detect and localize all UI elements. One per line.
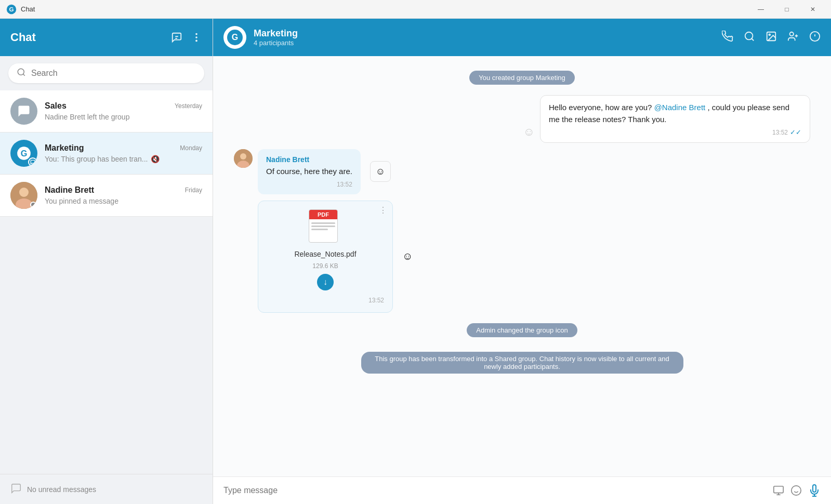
file-size: 129.6 KB (312, 262, 338, 270)
chat-area: G Marketing 4 participants (213, 19, 831, 504)
titlebar-title: Chat (21, 5, 749, 13)
info-icon[interactable] (809, 31, 821, 45)
emoji-input-icon[interactable] (790, 485, 802, 496)
maximize-button[interactable]: □ (775, 2, 799, 17)
chat-item-sales[interactable]: Sales Yesterday Nadine Brett left the gr… (0, 90, 213, 132)
svg-text:G: G (21, 149, 28, 158)
chat-list: Sales Yesterday Nadine Brett left the gr… (0, 90, 213, 474)
pdf-line (311, 226, 335, 227)
svg-text:G: G (9, 6, 14, 12)
sidebar-header: Chat (0, 19, 213, 56)
minimize-button[interactable]: — (749, 2, 773, 17)
compose-icon[interactable] (171, 32, 182, 43)
sidebar-header-icons (171, 32, 202, 43)
own-bubble: Hello everyone, how are you? @Nadine Bre… (540, 95, 810, 143)
muted-icon: 🔇 (151, 155, 160, 163)
chat-header: G Marketing 4 participants (213, 19, 831, 56)
chat-header-avatar: G (223, 26, 246, 49)
svg-point-12 (19, 188, 29, 197)
svg-point-6 (195, 40, 197, 42)
system-message-created: You created group Marketing (234, 71, 810, 85)
sales-top: Sales Yesterday (45, 101, 202, 111)
svg-point-7 (18, 69, 24, 75)
emoji-reaction-button[interactable]: ☺ (370, 161, 391, 182)
own-msg-meta: 13:52 ✓✓ (549, 128, 801, 136)
own-msg-text: Hello everyone, how are you? @Nadine Bre… (549, 102, 801, 125)
no-unread-icon (10, 483, 22, 496)
file-menu-button[interactable]: ⋮ (379, 205, 387, 215)
messages-area: You created group Marketing ☺ Hello ever… (213, 56, 831, 476)
file-emoji-btn[interactable]: ☺ (402, 250, 413, 262)
attachment-icon[interactable] (773, 485, 784, 496)
image-icon[interactable] (766, 31, 777, 45)
double-check-icon: ✓✓ (790, 128, 801, 136)
sidebar: Chat (0, 19, 213, 504)
nadine-preview: You pinned a message (45, 197, 202, 205)
message-input[interactable] (223, 486, 767, 495)
message-row-own: ☺ Hello everyone, how are you? @Nadine B… (234, 95, 810, 143)
nadine-sender: Nadine Brett (266, 155, 352, 164)
sales-avatar (10, 98, 37, 125)
nadine-time: Friday (185, 187, 202, 194)
chat-item-nadine[interactable]: Nadine Brett Friday You pinned a message (0, 175, 213, 217)
sales-time: Yesterday (175, 102, 202, 110)
message-row-nadine: Nadine Brett Of course, here they are. 1… (234, 149, 810, 194)
svg-line-17 (751, 38, 754, 41)
svg-point-19 (769, 34, 770, 35)
nadine-top: Nadine Brett Friday (45, 185, 202, 195)
sales-preview: Nadine Brett left the group (45, 113, 202, 121)
microphone-icon[interactable] (808, 484, 821, 497)
chat-item-marketing[interactable]: G Marketing Monday You: This group has b… (0, 132, 213, 175)
pdf-line (311, 222, 335, 224)
own-msg-time: 13:52 (772, 129, 788, 136)
chat-header-participants: 4 participants (254, 39, 715, 47)
svg-point-4 (195, 33, 197, 35)
phone-icon[interactable] (722, 31, 733, 45)
search-chat-icon[interactable] (744, 31, 755, 45)
nadine-msg-meta: 13:52 (266, 181, 352, 188)
titlebar: G Chat — □ ✕ (0, 0, 831, 19)
marketing-avatar: G (10, 140, 37, 167)
own-emoji-btn[interactable]: ☺ (523, 125, 535, 139)
sales-info: Sales Yesterday Nadine Brett left the gr… (45, 101, 202, 121)
marketing-top: Marketing Monday (45, 143, 202, 153)
nadine-msg-time: 13:52 (337, 181, 352, 188)
nadine-msg-text: Of course, here they are. (266, 166, 352, 178)
status-dot (30, 202, 36, 208)
search-input-wrapper (8, 63, 204, 83)
svg-text:G: G (232, 33, 238, 42)
system-message-transform: This group has been transformed into a S… (234, 352, 810, 374)
app-icon: G (6, 4, 17, 15)
download-button[interactable]: ↓ (317, 274, 334, 290)
more-icon[interactable] (191, 32, 202, 43)
search-input[interactable] (31, 69, 196, 78)
nadine-msg-avatar (234, 149, 253, 168)
pdf-icon: PDF (309, 209, 342, 246)
marketing-info: Marketing Monday You: This group has bee… (45, 143, 202, 163)
chat-header-actions (722, 31, 821, 45)
chat-header-name: Marketing (254, 28, 715, 39)
marketing-preview: You: This group has been tran... 🔇 (45, 155, 202, 163)
search-icon (17, 68, 26, 79)
svg-point-5 (195, 36, 197, 38)
own-bubble-wrapper: Hello everyone, how are you? @Nadine Bre… (540, 95, 810, 143)
pdf-label: PDF (309, 210, 337, 219)
file-time: 13:52 (368, 297, 384, 304)
svg-point-27 (240, 153, 246, 160)
svg-point-20 (790, 32, 794, 35)
sidebar-title: Chat (10, 31, 171, 44)
svg-rect-29 (774, 486, 783, 493)
nadine-avatar (10, 182, 37, 209)
nadine-info: Nadine Brett Friday You pinned a message (45, 185, 202, 205)
close-button[interactable]: ✕ (801, 2, 825, 17)
mention-nadine: @Nadine Brett (654, 103, 706, 112)
system-bubble-icon: Admin changed the group icon (467, 323, 577, 337)
svg-line-8 (23, 74, 24, 75)
message-input-bar (213, 476, 831, 504)
message-row-file: ⋮ PDF Release_Notes.pdf 129.6 KB (234, 201, 810, 313)
pdf-lines (309, 219, 337, 242)
chat-header-info: Marketing 4 participants (254, 28, 715, 47)
no-unread-label: No unread messages (27, 485, 96, 494)
add-person-icon[interactable] (787, 31, 799, 45)
titlebar-controls: — □ ✕ (749, 2, 825, 17)
